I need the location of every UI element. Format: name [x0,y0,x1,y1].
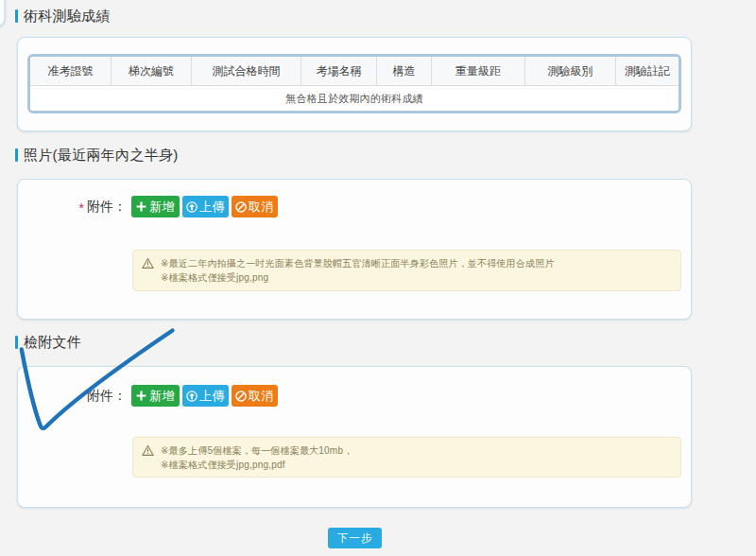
documents-notice-box: ※最多上傳5個檔案，每一個檔案最大10mb， ※檔案格式僅接受jpg,png,p… [132,437,681,478]
section-title-accent-bar [15,148,18,162]
photo-notice-line-2: ※檔案格式僅接受jpg,png [161,270,555,285]
warning-icon [142,257,154,269]
ban-circle-icon [235,391,247,402]
photo-cancel-button[interactable]: 取消 [232,196,278,217]
column-header-test-level: 測驗級別 [525,57,616,85]
section-title-text: 檢附文件 [24,334,81,352]
documents-attachment-label: 附件： [27,385,127,407]
previous-panel-corner [0,0,5,26]
section-title-text: 照片(最近兩年內之半身) [24,147,179,165]
documents-cancel-button-label: 取消 [249,388,274,405]
documents-notice-text: ※最多上傳5個檔案，每一個檔案最大10mb， ※檔案格式僅接受jpg,png,p… [161,443,352,477]
section-title-text: 術科測驗成績 [24,8,111,26]
scores-table: 准考證號 梯次編號 測試合格時間 考場名稱 構造 重量級距 測驗級別 測驗註記 … [27,54,681,113]
scores-table-empty-message: 無合格且於效期內的術科成績 [30,85,679,111]
column-header-admission-no: 准考證號 [30,57,112,85]
plus-icon [136,391,146,401]
column-header-test-note: 測驗註記 [616,57,679,85]
photo-notice-box: ※最近二年內拍攝之一吋光面素色背景脫帽五官清晰正面半身彩色照片，並不得使用合成照… [132,250,681,291]
next-step-button[interactable]: 下一步 [328,528,382,548]
attachment-label-text: 附件： [87,199,127,216]
column-header-structure: 構造 [377,57,432,85]
attachment-label-text: 附件： [87,388,127,405]
documents-add-button[interactable]: 新增 [131,385,180,407]
column-header-batch-no: 梯次編號 [112,57,192,85]
scores-table-header-row: 准考證號 梯次編號 測試合格時間 考場名稱 構造 重量級距 測驗級別 測驗註記 [30,57,679,85]
column-header-venue: 考場名稱 [301,57,377,85]
documents-add-button-label: 新增 [149,388,175,405]
documents-attachment-buttons: 新增 上傳 取消 [131,385,278,407]
documents-upload-button-label: 上傳 [199,388,225,405]
column-header-pass-time: 測試合格時間 [192,57,301,85]
section-title-photo: 照片(最近兩年內之半身) [15,148,179,163]
section-title-accent-bar [15,9,18,23]
photo-add-button-label: 新增 [149,199,175,216]
warning-icon [142,444,154,457]
section-title-documents: 檢附文件 [15,335,81,350]
plus-icon [136,201,146,212]
photo-attachment-buttons: 新增 上傳 取消 [131,196,278,217]
photo-attachment-label: * 附件： [27,196,127,217]
ban-circle-icon [235,201,247,213]
documents-cancel-button[interactable]: 取消 [232,385,278,407]
required-asterisk: * [79,200,84,216]
section-title-accent-bar [15,336,18,349]
arrow-circle-up-icon [186,391,198,402]
section-title-scores: 術科測驗成績 [15,9,111,24]
photo-add-button[interactable]: 新增 [131,196,180,217]
photo-cancel-button-label: 取消 [249,199,274,216]
photo-notice-text: ※最近二年內拍攝之一吋光面素色背景脫帽五官清晰正面半身彩色照片，並不得使用合成照… [161,256,555,290]
documents-notice-line-2: ※檔案格式僅接受jpg,png,pdf [161,458,352,472]
documents-notice-line-1: ※最多上傳5個檔案，每一個檔案最大10mb， [161,443,352,458]
photo-notice-line-1: ※最近二年內拍攝之一吋光面素色背景脫帽五官清晰正面半身彩色照片，並不得使用合成照… [161,256,555,270]
photo-upload-button[interactable]: 上傳 [182,196,229,217]
column-header-weight-class: 重量級距 [432,57,525,85]
photo-upload-button-label: 上傳 [199,199,225,216]
documents-upload-button[interactable]: 上傳 [182,385,229,407]
arrow-circle-up-icon [186,201,198,213]
